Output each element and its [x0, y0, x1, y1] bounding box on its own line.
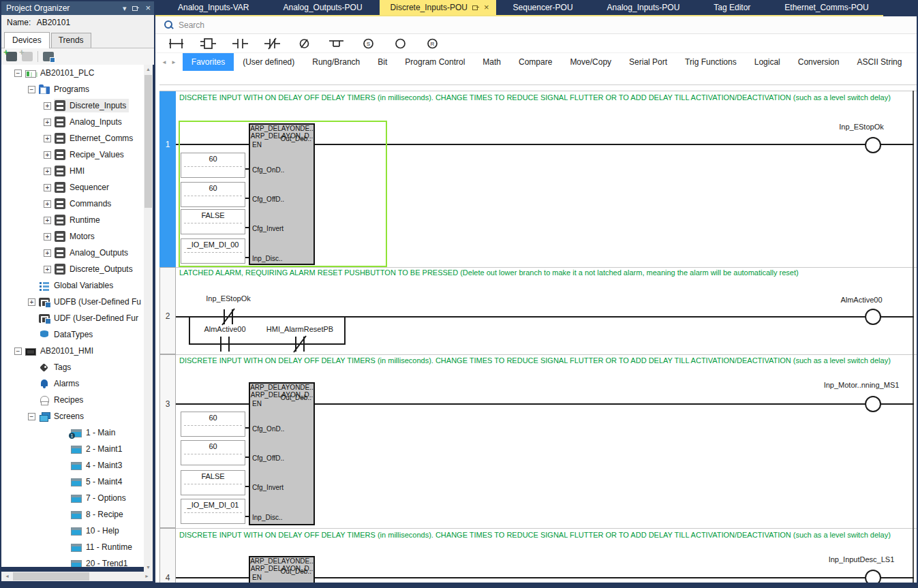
- device-config-icon[interactable]: [43, 52, 54, 61]
- category-trig-functions[interactable]: Trig Functions: [676, 53, 746, 71]
- expander[interactable]: [28, 298, 35, 306]
- expander[interactable]: [14, 347, 22, 355]
- tree-item-global-variables[interactable]: Global Variables: [1, 277, 144, 294]
- rung-2-coil[interactable]: [863, 307, 883, 326]
- tree-item-analog-outputs[interactable]: Analog_Outputs: [1, 245, 144, 261]
- tree-item-analog-inputs[interactable]: Analog_Inputs: [1, 114, 144, 130]
- tab-trends[interactable]: Trends: [51, 33, 91, 48]
- chevron-down-icon[interactable]: [123, 1, 127, 15]
- contact-nc-icon[interactable]: [263, 36, 281, 51]
- block-icon[interactable]: [199, 36, 217, 51]
- tree-item-udfb[interactable]: UDFB (User-Defined Fu: [1, 294, 144, 310]
- scrollbar-thumb[interactable]: [144, 75, 152, 208]
- rung-3-param-invert[interactable]: FALSE: [181, 470, 245, 495]
- rung-3-param-ondelay[interactable]: 60: [181, 412, 245, 437]
- category-conversion[interactable]: Conversion: [789, 53, 848, 71]
- tab-tag-editor[interactable]: Tag Editor: [697, 0, 767, 15]
- tree-item-screen-main[interactable]: 1 - Main: [1, 424, 144, 441]
- coil-reset-icon[interactable]: R: [423, 36, 442, 51]
- remove-device-icon[interactable]: [22, 52, 33, 61]
- expander[interactable]: [44, 135, 51, 142]
- expander[interactable]: [44, 168, 51, 175]
- rung-4-coil[interactable]: [863, 568, 883, 583]
- scrollbar-thumb[interactable]: [13, 572, 89, 581]
- tab-ethernet-comms-pou[interactable]: Ethernet_Comms-POU: [767, 0, 885, 15]
- rung-4-comment[interactable]: DISCRETE INPUT WITH ON DELAY OFF DELAY T…: [179, 531, 907, 539]
- coil-negated-icon[interactable]: [295, 36, 313, 51]
- search-input[interactable]: Search: [155, 16, 917, 34]
- rung-icon[interactable]: [167, 36, 185, 51]
- tree-item-alarms[interactable]: Alarms: [1, 375, 144, 392]
- project-organizer-header[interactable]: Project Organizer: [1, 1, 154, 15]
- tab-analog-outputs-pou[interactable]: Analog_Outputs-POU: [266, 0, 380, 15]
- category-math[interactable]: Math: [474, 53, 510, 71]
- tree-item-sequencer[interactable]: Sequencer: [1, 179, 144, 196]
- tree-item-screen-options[interactable]: 7 - Options: [1, 490, 144, 506]
- tab-discrete-inputs-pou[interactable]: Discrete_Inputs-POU: [380, 0, 496, 15]
- category-favorites[interactable]: Favorites: [183, 53, 234, 71]
- category-move-copy[interactable]: Move/Copy: [561, 53, 620, 71]
- category-user-defined[interactable]: (User defined): [234, 53, 303, 71]
- expander[interactable]: [44, 200, 51, 208]
- pin-icon[interactable]: [472, 4, 479, 11]
- category-program-control[interactable]: Program Control: [396, 53, 474, 71]
- rung-1-margin[interactable]: 1: [159, 91, 176, 267]
- scroll-up-icon[interactable]: [144, 65, 153, 74]
- rung-3-coil[interactable]: [863, 394, 883, 414]
- rung-3-param-offdelay[interactable]: 60: [181, 440, 245, 465]
- add-device-icon[interactable]: [6, 52, 17, 61]
- tree-item-tags[interactable]: Tags: [1, 359, 144, 375]
- tree-item-recipes[interactable]: Recipes: [1, 392, 144, 408]
- expander[interactable]: [44, 249, 51, 257]
- rung-2-margin[interactable]: 2: [159, 267, 176, 354]
- tree-item-hmi-program[interactable]: HMI: [1, 163, 144, 179]
- tree-item-screen-trend1[interactable]: 20 - Trend1: [1, 555, 144, 567]
- tree-item-ethernet-comms[interactable]: Ethernet_Comms: [1, 130, 144, 146]
- tree-item-programs[interactable]: Programs: [1, 81, 144, 97]
- tree-item-screens[interactable]: Screens: [1, 408, 144, 424]
- expander[interactable]: [44, 119, 51, 126]
- tree-item-discrete-inputs[interactable]: Discrete_Inputs: [1, 97, 144, 114]
- category-logical[interactable]: Logical: [746, 53, 789, 71]
- expander[interactable]: [44, 151, 51, 159]
- rung-4-margin[interactable]: 4: [159, 528, 176, 583]
- coil-icon[interactable]: [391, 36, 410, 51]
- tree-item-motors[interactable]: Motors: [1, 228, 144, 245]
- expander[interactable]: [14, 69, 22, 77]
- tree-item-plc[interactable]: AB20101_PLC: [1, 65, 144, 81]
- expander[interactable]: [44, 217, 51, 224]
- tree-item-screen-recipe[interactable]: 8 - Recipe: [1, 506, 144, 523]
- rung-4-function-block[interactable]: ARP_DELAYONDE.. ARP_DELAYON_D.. EN Out_D…: [249, 556, 315, 583]
- tree-item-screen-help[interactable]: 10 - Help: [1, 523, 144, 539]
- rung-2-no-contact[interactable]: [211, 332, 239, 356]
- category-compare[interactable]: Compare: [510, 53, 561, 71]
- rung-3-param-input[interactable]: _IO_EM_DI_01: [181, 499, 245, 524]
- tree-item-discrete-outputs[interactable]: Discrete_Outputs: [1, 261, 144, 277]
- categories-scroll-left-icon[interactable]: [162, 59, 167, 65]
- tab-devices[interactable]: Devices: [4, 32, 50, 48]
- tree-item-recipe-values[interactable]: Recipe_Values: [1, 146, 144, 163]
- coil-set-icon[interactable]: S: [359, 36, 378, 51]
- category-serial-port[interactable]: Serial Port: [620, 53, 676, 71]
- tree-vertical-scrollbar[interactable]: [144, 65, 153, 572]
- tree-item-screen-maint3[interactable]: 4 - Maint3: [1, 457, 144, 474]
- tree-item-screen-runtime[interactable]: 11 - Runtime: [1, 539, 144, 555]
- tab-analog-inputs-var[interactable]: Analog_Inputs-VAR: [161, 0, 266, 15]
- tree-item-runtime[interactable]: Runtime: [1, 212, 144, 228]
- rung-3-margin[interactable]: 3: [159, 354, 176, 528]
- scroll-right-icon[interactable]: [142, 572, 151, 581]
- close-icon[interactable]: [484, 0, 489, 15]
- category-bit[interactable]: Bit: [369, 53, 396, 71]
- expander[interactable]: [44, 233, 51, 241]
- contact-no-icon[interactable]: [231, 36, 249, 51]
- tree-item-screen-maint1[interactable]: 2 - Maint1: [1, 441, 144, 457]
- tab-analog-inputs-pou[interactable]: Analog_Inputs-POU: [590, 0, 697, 15]
- rung-2-nc-contact[interactable]: [286, 332, 313, 356]
- rung-3-function-block[interactable]: ARP_DELAYONDE.. ARP_DELAYON_D.. EN Out_D…: [249, 382, 315, 525]
- category-file-array[interactable]: File/Array: [911, 53, 917, 71]
- project-tree[interactable]: AB20101_PLC Programs Discrete_Inputs Ana…: [1, 65, 144, 567]
- categories-scroll-right-icon[interactable]: [171, 59, 177, 65]
- expander[interactable]: [44, 266, 51, 273]
- rung-3-comment[interactable]: DISCRETE INPUT WITH ON DELAY OFF DELAY T…: [179, 356, 907, 365]
- close-icon[interactable]: [145, 1, 151, 15]
